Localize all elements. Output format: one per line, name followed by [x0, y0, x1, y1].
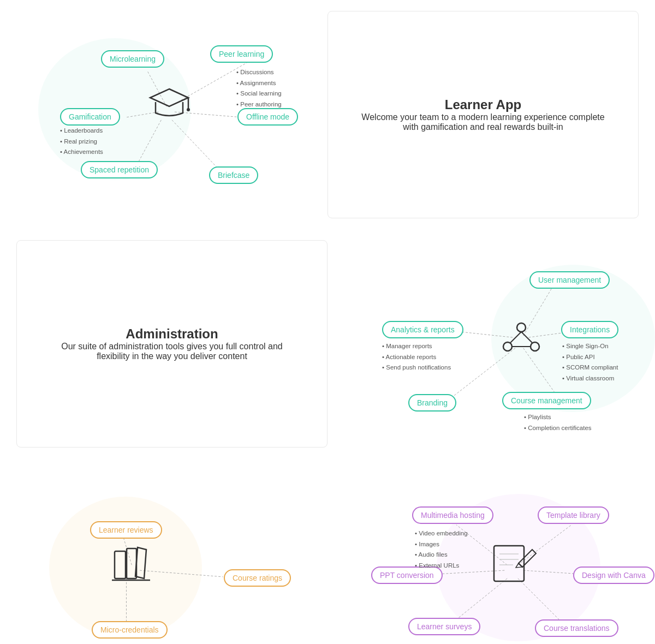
learner-reviews-bubble: Learner reviews [90, 521, 162, 539]
authoring-tool-diagram: Multimedia hosting Template library PPT … [327, 469, 639, 644]
svg-point-14 [517, 323, 526, 332]
learner-app-info: Learner App Welcome your team to a moder… [327, 11, 639, 218]
learner-app-description: Welcome your team to a modern learning e… [361, 112, 605, 132]
course-translations-bubble: Course translations [535, 619, 618, 637]
administration-info: Administration Our suite of administrati… [16, 240, 327, 448]
integrations-bubble: Integrations [561, 321, 618, 338]
course-library-diagram: Learner reviews Course ratings Micro-cre… [16, 469, 327, 644]
svg-line-17 [510, 332, 521, 343]
learner-app-title: Learner App [445, 97, 521, 112]
branding-bubble: Branding [408, 394, 456, 412]
svg-rect-23 [115, 551, 126, 579]
admin-section-row: Administration Our suite of administrati… [16, 240, 639, 448]
svg-point-8 [187, 108, 190, 111]
administration-diagram: User management Analytics & reports Inte… [327, 240, 639, 448]
admin-title: Administration [126, 326, 218, 342]
peer-learning-list: Discussions Assignments Social learning … [236, 67, 282, 110]
main-container: Microlearning Peer learning Gamification… [0, 0, 655, 644]
analytics-list: Manager reports Actionable reports Send … [382, 341, 451, 373]
spaced-repetition-bubble: Spaced repetition [81, 161, 158, 178]
user-management-bubble: User management [529, 271, 610, 289]
network-icon [499, 317, 543, 362]
peer-learning-bubble: Peer learning [210, 45, 273, 63]
gamification-bubble: Gamification [60, 108, 120, 126]
learner-app-diagram: Microlearning Peer learning Gamification… [16, 11, 327, 218]
svg-point-15 [503, 342, 512, 351]
micro-credentials-bubble: Micro-credentials [92, 621, 168, 639]
gamification-list: Leaderboards Real prizing Achievements [60, 126, 103, 158]
briefcase-bubble: Briefcase [209, 166, 258, 184]
top-section-row: Microlearning Peer learning Gamification… [16, 11, 639, 218]
admin-description: Our suite of administration tools gives … [50, 342, 294, 361]
books-icon [109, 543, 158, 589]
integrations-list: Single Sign-On Public API SCORM complian… [562, 341, 618, 384]
microlearning-bubble: Microlearning [101, 50, 164, 68]
svg-point-16 [531, 342, 539, 351]
multimedia-hosting-bubble: Multimedia hosting [412, 506, 493, 524]
course-management-list: Playlists Completion certificates [524, 412, 592, 433]
course-ratings-bubble: Course ratings [224, 569, 291, 587]
course-management-bubble: Course management [502, 392, 591, 409]
offline-mode-bubble: Offline mode [237, 108, 298, 126]
analytics-reports-bubble: Analytics & reports [382, 321, 463, 338]
bottom-diagrams-row: Learner reviews Course ratings Micro-cre… [16, 469, 639, 644]
template-library-bubble: Template library [538, 506, 609, 524]
multimedia-list: Video embedding Images Audio files Exter… [415, 528, 468, 571]
graduation-cap-icon [147, 85, 191, 125]
svg-line-18 [521, 332, 532, 343]
pencil-icon [491, 540, 538, 589]
design-with-canva-bubble: Design with Canva [573, 567, 654, 584]
learner-surveys-bubble: Learner surveys [408, 618, 480, 635]
